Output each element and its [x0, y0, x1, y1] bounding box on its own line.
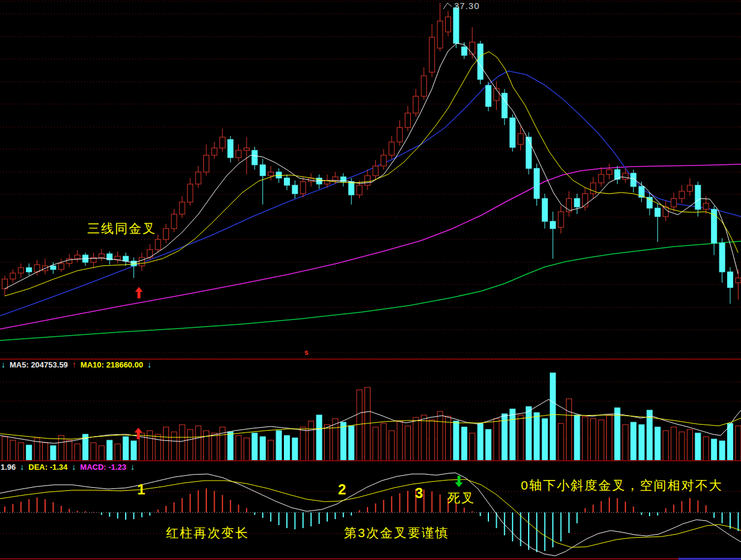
- main-price-panel[interactable]: [0, 1, 741, 359]
- volume-indicator-header: ↓ MA5: 204753.59 ↑ MA10: 218660.00 ↓: [1, 360, 152, 369]
- dea-value-label: DEA: -1.34: [28, 463, 67, 472]
- volume-panel[interactable]: [0, 373, 741, 461]
- macd-panel[interactable]: [0, 473, 741, 559]
- macd-value-label: MACD: -1.23: [80, 463, 126, 472]
- stock-chart-window: 三线同金叉 37.30 s ↓ MA5: 204753.59 ↑ MA10: 2…: [0, 0, 741, 560]
- up-signal-arrow-icon: [135, 287, 143, 298]
- down-arrow-icon: ↓: [147, 360, 152, 369]
- ma-magenta: [0, 164, 741, 329]
- down-arrow-icon: ↓: [131, 462, 135, 472]
- up-arrow-icon: ↑: [72, 360, 76, 369]
- volume-ma5-label: MA5: 204753.59: [10, 360, 68, 369]
- down-arrow-icon: ↓: [20, 462, 24, 472]
- down-arrow-icon: ↓: [1, 360, 5, 369]
- macd-indicator-header: 1.96 ↓ DEA: -1.34 ↓ MACD: -1.23 ↓: [1, 462, 135, 472]
- dea-line: [0, 479, 741, 547]
- down-signal-arrow-icon: [455, 476, 463, 487]
- volume-ma10-label: MA10: 218660.00: [81, 360, 143, 369]
- dif-line: [0, 473, 741, 556]
- chart-canvas[interactable]: [0, 0, 741, 560]
- peak-pointer: [443, 3, 452, 9]
- dif-value-label: 1.96: [1, 463, 16, 472]
- down-arrow-icon: ↓: [72, 462, 76, 472]
